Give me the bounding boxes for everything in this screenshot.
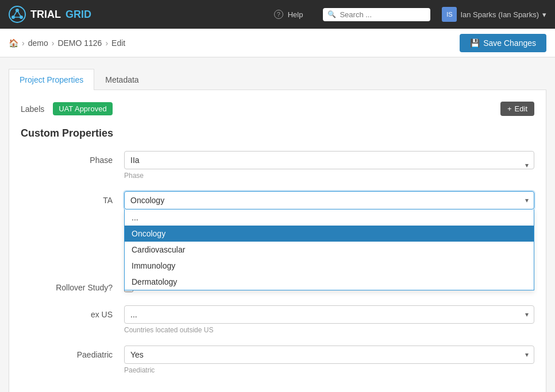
logo-icon: [9, 6, 26, 23]
search-input[interactable]: [340, 10, 426, 19]
brand-trial: TRIAL: [30, 9, 61, 21]
paediatric-select[interactable]: Yes No: [124, 346, 534, 364]
edit-label: Edit: [515, 104, 527, 113]
user-menu[interactable]: IS Ian Sparks (Ian Sparks) ▾: [442, 7, 546, 22]
tab-metadata[interactable]: Metadata: [94, 69, 149, 90]
ex-us-hint: Countries located outside US: [124, 326, 534, 334]
main-content: Project Properties Metadata Labels UAT A…: [0, 57, 555, 392]
paediatric-group: Paediatric Yes No ▾ Paediatric: [21, 346, 534, 374]
breadcrumb: 🏠 › demo › DEMO 1126 › Edit: [9, 38, 125, 48]
brand-logo: TRIALGRID: [9, 6, 91, 23]
svg-line-5: [17, 10, 21, 17]
save-icon: 💾: [470, 38, 480, 48]
search-box[interactable]: 🔍: [323, 8, 430, 21]
ta-dropdown-option-dermatology[interactable]: Dermatology: [125, 274, 534, 290]
phase-control: IIa I II III IV ▾ Phase: [124, 151, 534, 180]
brand-grid: GRID: [65, 9, 91, 21]
phase-label: Phase: [21, 151, 113, 165]
breadcrumb-sep-1: ›: [22, 38, 25, 48]
phase-select[interactable]: IIa I II III IV: [124, 151, 534, 169]
rollover-label: Rollover Study?: [21, 278, 113, 292]
breadcrumb-demo[interactable]: demo: [28, 38, 48, 48]
ta-label: TA: [21, 191, 113, 205]
save-label: Save Changes: [483, 38, 536, 48]
paediatric-control: Yes No ▾ Paediatric: [124, 346, 534, 374]
ex-us-group: ex US ... Yes No ▾ Countries located out…: [21, 305, 534, 334]
card: Labels UAT Approved + Edit Custom Proper…: [9, 90, 546, 392]
search-icon: 🔍: [327, 10, 336, 18]
chevron-down-icon: ▾: [542, 10, 546, 19]
breadcrumb-bar: 🏠 › demo › DEMO 1126 › Edit 💾 Save Chang…: [0, 29, 555, 57]
uat-approved-badge: UAT Approved: [53, 102, 112, 115]
breadcrumb-sep-2: ›: [52, 38, 55, 48]
tabs: Project Properties Metadata: [9, 69, 546, 90]
avatar: IS: [442, 7, 457, 22]
breadcrumb-sep-3: ›: [105, 38, 108, 48]
user-name: Ian Sparks (Ian Sparks): [460, 10, 539, 19]
plus-icon: +: [507, 104, 512, 113]
ta-dropdown-option-dots[interactable]: ...: [125, 209, 534, 226]
labels-left: Labels UAT Approved: [21, 102, 113, 115]
breadcrumb-edit: Edit: [111, 38, 125, 48]
ta-dropdown-option-oncology[interactable]: Oncology: [125, 226, 534, 242]
breadcrumb-home[interactable]: 🏠: [9, 38, 18, 48]
labels-title: Labels: [21, 104, 44, 114]
labels-row: Labels UAT Approved + Edit: [21, 102, 534, 116]
tab-project-properties[interactable]: Project Properties: [9, 69, 94, 90]
phase-hint: Phase: [124, 172, 534, 180]
paediatric-hint: Paediatric: [124, 366, 534, 374]
ta-select[interactable]: ... Oncology Cardiovascular Immunology D…: [124, 191, 534, 209]
ex-us-label: ex US: [21, 305, 113, 319]
paediatric-label: Paediatric: [21, 346, 113, 359]
help-link[interactable]: ? Help: [274, 10, 303, 19]
ta-dropdown-list: ... Oncology Cardiovascular Immunology D…: [124, 209, 534, 290]
save-button[interactable]: 💾 Save Changes: [460, 34, 546, 52]
edit-button[interactable]: + Edit: [500, 102, 534, 116]
ta-dropdown-option-immunology[interactable]: Immunology: [125, 258, 534, 274]
ta-control: ... Oncology Cardiovascular Immunology D…: [124, 191, 534, 209]
ex-us-select[interactable]: ... Yes No: [124, 305, 534, 324]
navbar: TRIALGRID ? Help 🔍 IS Ian Sparks (Ian Sp…: [0, 0, 555, 29]
breadcrumb-demo1126[interactable]: DEMO 1126: [57, 38, 102, 48]
ta-dropdown-option-cardiovascular[interactable]: Cardiovascular: [125, 242, 534, 258]
help-label: Help: [288, 10, 303, 19]
phase-group: Phase IIa I II III IV ▾ Phase: [21, 151, 534, 180]
ta-group: TA ... Oncology Cardiovascular Immunolog…: [21, 191, 534, 209]
custom-properties-title: Custom Properties: [21, 127, 534, 139]
ex-us-control: ... Yes No ▾ Countries located outside U…: [124, 305, 534, 334]
help-icon: ?: [274, 10, 283, 19]
svg-line-4: [13, 10, 17, 17]
